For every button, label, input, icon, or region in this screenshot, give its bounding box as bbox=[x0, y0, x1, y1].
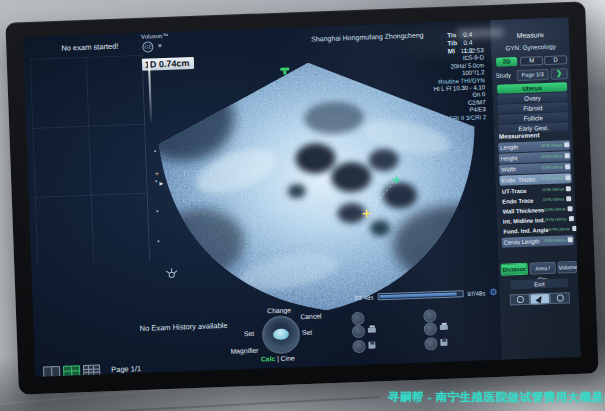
trackball-label-cancel: Cancel bbox=[300, 312, 321, 320]
row-tag: GYN Uterus bbox=[544, 207, 568, 213]
row-label: Endo. Thickn. bbox=[499, 176, 537, 183]
voluson-logo: Voluson™ bbox=[141, 33, 169, 40]
quad-view-icon[interactable] bbox=[63, 365, 80, 377]
checkbox-icon[interactable] bbox=[568, 206, 573, 211]
row-label: Height bbox=[499, 155, 518, 162]
circle-icon[interactable] bbox=[550, 292, 570, 304]
row-tag: GYN Uterus bbox=[544, 238, 568, 244]
probe-orientation-icon bbox=[280, 67, 289, 70]
checkbox-icon[interactable] bbox=[565, 153, 570, 158]
trackball-icon bbox=[273, 329, 289, 341]
checkbox-icon[interactable] bbox=[565, 175, 570, 180]
clock-icon[interactable] bbox=[510, 294, 530, 306]
trackball-widget[interactable] bbox=[261, 315, 300, 354]
mode-m-button[interactable]: M bbox=[520, 56, 543, 66]
mode-2d-button[interactable]: 2D bbox=[496, 57, 517, 67]
measurement-row-height[interactable]: Height GYN Uterus bbox=[499, 151, 571, 163]
knob-button[interactable] bbox=[352, 325, 365, 338]
checkbox-icon[interactable] bbox=[565, 164, 570, 169]
next-page-button[interactable]: ❯ bbox=[550, 68, 567, 80]
ultrasound-screen: No exam started! Voluson™ GE 1D 0.74cm S… bbox=[23, 17, 581, 377]
row-tag: GYN Uterus bbox=[545, 216, 569, 222]
knob-button[interactable] bbox=[424, 322, 437, 335]
row-label: Length bbox=[498, 144, 518, 151]
depth-scale-dot bbox=[157, 240, 159, 242]
ultrasound-monitor: No exam started! Voluson™ GE 1D 0.74cm S… bbox=[5, 1, 598, 394]
save-disk-icon bbox=[368, 341, 375, 348]
measurement-row-cervix-length[interactable]: Cervix Length GYN Uterus bbox=[502, 235, 574, 247]
hospital-name: Shanghai Hongmufang Zhongcheng bbox=[311, 31, 424, 42]
checkbox-icon[interactable] bbox=[566, 196, 571, 201]
measure-panel: Measure GYN: Gynecology 2D M D Study Pag… bbox=[491, 17, 581, 360]
measurement-header: Measurement bbox=[499, 131, 540, 139]
row-tag: GYN Uterus bbox=[543, 197, 567, 203]
cursor-icon[interactable] bbox=[530, 293, 550, 305]
row-label: Cervix Length bbox=[502, 238, 540, 245]
row-label: Wall Thickness bbox=[501, 207, 545, 215]
row-label: Endo Trace bbox=[500, 197, 533, 204]
row-tag: GYN Uterus bbox=[541, 165, 565, 171]
row-tag: GYN Uterus bbox=[548, 226, 572, 232]
checkbox-icon[interactable] bbox=[572, 226, 577, 231]
pointer-mode-segmented-control bbox=[510, 292, 570, 305]
row-label: UT-Trace bbox=[500, 188, 527, 195]
clip-thumbnail-grid bbox=[30, 55, 150, 265]
row-label: Width bbox=[499, 166, 516, 173]
checkbox-icon[interactable] bbox=[568, 237, 573, 242]
printer-icon bbox=[368, 327, 376, 332]
trackball-label-set-right: Set bbox=[302, 329, 312, 336]
volume-button[interactable]: Volume bbox=[558, 261, 577, 274]
row-tag: GYN Uterus bbox=[542, 176, 566, 182]
depth-scale-dot bbox=[154, 150, 156, 152]
focus-marker-icon: + bbox=[155, 170, 159, 177]
measurement-row-length[interactable]: Length GYN Uterus bbox=[498, 140, 570, 152]
exit-button[interactable]: Exit bbox=[510, 278, 568, 289]
trackball-label-magnifier: Magnifier bbox=[230, 347, 258, 355]
trackball-label-calc-cine: Calc | Cine bbox=[261, 354, 295, 362]
photo-background: No exam started! Voluson™ GE 1D 0.74cm S… bbox=[0, 0, 605, 411]
row-tag: GYN Uterus bbox=[541, 154, 565, 160]
knob-button[interactable] bbox=[424, 337, 437, 350]
area-circ-button[interactable]: Area / Circ. bbox=[530, 262, 556, 275]
printer-icon bbox=[440, 325, 448, 330]
depth-cursor-icon: ▶ bbox=[159, 180, 163, 186]
status-no-exam: No exam started! bbox=[61, 42, 118, 53]
ultrasound-image[interactable] bbox=[142, 43, 484, 323]
ge-logo-icon: GE bbox=[142, 41, 153, 52]
study-page-button[interactable]: Page 1/3 bbox=[516, 69, 548, 81]
save-disk-icon bbox=[440, 339, 447, 346]
ge-logo-dot bbox=[158, 44, 161, 47]
row-tag: GYN Uterus bbox=[541, 143, 565, 149]
panel-subtitle: GYN: Gynecology bbox=[492, 42, 570, 52]
progress-right-label: 97/48s bbox=[467, 290, 485, 297]
knob-button[interactable] bbox=[352, 340, 365, 353]
mode-d-button[interactable]: D bbox=[544, 55, 567, 65]
multi-view-icon[interactable] bbox=[83, 365, 100, 377]
trackball-label-set-left: Set bbox=[244, 330, 254, 337]
measurement-row-width[interactable]: Width GYN Uterus bbox=[499, 162, 571, 174]
row-tag: GYN Uterus bbox=[542, 187, 566, 193]
knob-button[interactable] bbox=[423, 309, 436, 322]
page-indicator: Page 1/1 bbox=[111, 364, 141, 374]
checkbox-icon[interactable] bbox=[566, 186, 571, 191]
single-view-icon[interactable] bbox=[43, 366, 60, 377]
watermark-text: 寻嗣帮 - 南宁生殖医院做试管费用大概是多少_南宁生 bbox=[388, 390, 605, 405]
distance-button[interactable]: Distance bbox=[501, 263, 528, 276]
screen-glare bbox=[457, 28, 503, 39]
desk-shadow bbox=[120, 396, 380, 411]
row-label: Int. Midline Ind. bbox=[501, 217, 545, 225]
depth-scale-dot bbox=[156, 210, 158, 212]
depth-scale-dot bbox=[155, 180, 157, 182]
measurement-row-endo-thickness[interactable]: Endo. Thickn. GYN Uterus bbox=[499, 173, 571, 185]
probe-icon bbox=[163, 268, 179, 281]
gear-icon[interactable]: ⚙ bbox=[489, 288, 497, 297]
measurement-row-fund-angle[interactable]: Fund. Ind. Angle GYN Uterus bbox=[501, 224, 573, 236]
checkbox-icon[interactable] bbox=[569, 216, 574, 221]
knob-button[interactable] bbox=[351, 312, 364, 325]
checkbox-icon[interactable] bbox=[564, 142, 569, 147]
exam-history-status: No Exam History available bbox=[140, 321, 228, 333]
row-label: Fund. Ind. Angle bbox=[501, 227, 548, 235]
study-label: Study bbox=[496, 72, 512, 79]
progress-left-label: P2 48s bbox=[355, 294, 374, 301]
